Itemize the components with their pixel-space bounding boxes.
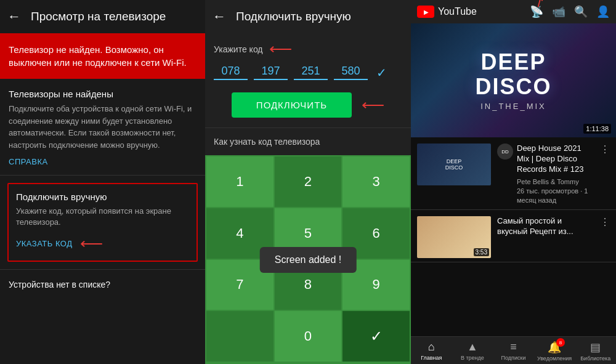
code-input-2[interactable]: 197: [254, 65, 288, 80]
nav-item-notifications[interactable]: 🔔 8 Уведомления: [534, 341, 575, 362]
yt-header: YouTube 📡 ↗ 📹 🔍 👤: [411, 0, 616, 23]
video-item-1[interactable]: DEEPDISCO DD Deep House 2021 Mix | Deep …: [411, 137, 616, 210]
connect-button[interactable]: ПОДКЛЮЧИТЬ: [232, 92, 352, 118]
yt-header-icons: 📡 ↗ 📹 🔍 👤: [530, 5, 610, 18]
yt-hero[interactable]: DEEP DISCO IN_THE_MIX 1:11:38: [411, 23, 616, 137]
yt-brand-name: YouTube: [438, 6, 477, 17]
num-btn-empty: [206, 311, 274, 362]
connect-manual-box[interactable]: Подключить вручную Укажите код, который …: [7, 183, 198, 262]
nav-item-home[interactable]: ⌂ Главная: [411, 341, 452, 362]
code-label-row: Укажите код ⟵: [205, 33, 411, 62]
num-btn-confirm[interactable]: ✓: [342, 311, 410, 362]
video-item-2[interactable]: 3:53 Самый простой и вкусный Рецепт из..…: [411, 210, 616, 262]
hero-title-line2: DISCO: [475, 75, 551, 99]
hero-title-line1: DEEP: [475, 50, 551, 75]
nav-item-library[interactable]: ▤ Библиотека: [575, 341, 616, 362]
search-icon[interactable]: 🔍: [574, 5, 588, 18]
panel2-title: Подключить вручную: [236, 10, 351, 23]
connect-manual-title: Подключить вручную: [16, 192, 189, 202]
connect-manual-desc: Укажите код, который появится на экране …: [16, 206, 189, 228]
more-options-icon-1[interactable]: ⋮: [600, 144, 610, 206]
arrow-indicator-code: ⟵: [269, 39, 292, 59]
connect-btn-row: ПОДКЛЮЧИТЬ ⟵: [205, 86, 411, 127]
subscriptions-icon: ≡: [510, 341, 517, 354]
panel2-back-button[interactable]: ←: [213, 9, 226, 25]
num-btn-1[interactable]: 1: [206, 156, 274, 207]
nav-label-notifications: Уведомления: [537, 355, 572, 362]
num-btn-2[interactable]: 2: [275, 156, 342, 207]
section-desc: Подключите оба устройства к одной сети W…: [0, 103, 205, 157]
panel-youtube: YouTube 📡 ↗ 📹 🔍 👤 DEEP DISCO IN_THE_MIX …: [411, 0, 616, 364]
screen-added-toast: Screen added !: [260, 247, 357, 273]
error-box: Телевизор не найден. Возможно, он выключ…: [0, 33, 205, 79]
channel-logo-1: DD: [497, 144, 513, 160]
enter-code-link[interactable]: УКАЗАТЬ КОД: [16, 239, 73, 248]
video-duration-2: 3:53: [474, 248, 489, 256]
arrow-cast-indicator: ↗: [530, 0, 548, 12]
yt-hero-text: DEEP DISCO IN_THE_MIX: [475, 50, 551, 110]
num-btn-0[interactable]: 0: [275, 311, 342, 362]
how-to-know[interactable]: Как узнать код телевизора: [205, 127, 411, 155]
hero-duration: 1:11:38: [583, 124, 611, 134]
video-info-2: Самый простой и вкусный Рецепт из...: [497, 216, 594, 258]
cast-icon[interactable]: 📡 ↗: [530, 5, 543, 18]
code-input-1[interactable]: 078: [214, 65, 248, 80]
panel-connect-manual: ← Подключить вручную Укажите код ⟵ 078 1…: [205, 0, 411, 364]
panel-tv-watch: ← Просмотр на телевизоре Телевизор не на…: [0, 0, 205, 364]
nav-item-subscriptions[interactable]: ≡ Подписки: [493, 341, 534, 362]
more-options-icon-2[interactable]: ⋮: [600, 216, 610, 258]
nav-label-home: Главная: [421, 355, 442, 361]
code-inputs-row: 078 197 251 580 ✓: [205, 62, 411, 86]
error-text: Телевизор не найден. Возможно, он выключ…: [9, 44, 187, 68]
not-in-list: Устройства нет в списке?: [0, 270, 205, 299]
nav-item-trending[interactable]: ▲ В тренде: [452, 341, 493, 362]
nav-label-subscriptions: Подписки: [501, 355, 526, 361]
video-title-1: Deep House 2021 Mix | Deep Disco Records…: [517, 144, 594, 175]
library-icon: ▤: [590, 341, 601, 354]
section-title-no-tvs: Телевизоры не найдены: [0, 79, 205, 103]
code-input-4[interactable]: 580: [334, 65, 368, 80]
video-thumb-1: DEEPDISCO: [417, 144, 491, 185]
panel1-title: Просмотр на телевизоре: [31, 10, 166, 23]
help-link[interactable]: СПРАВКА: [0, 157, 205, 175]
code-label-text: Укажите код: [214, 44, 263, 54]
camera-icon[interactable]: 📹: [552, 5, 565, 18]
notifications-icon: 🔔 8: [548, 341, 561, 354]
divider: [0, 175, 205, 176]
account-icon[interactable]: 👤: [596, 5, 610, 18]
checkmark-icon: ✓: [376, 65, 387, 80]
code-input-3[interactable]: 251: [294, 65, 328, 80]
nav-label-trending: В тренде: [461, 355, 484, 361]
trending-icon: ▲: [467, 341, 478, 354]
back-button[interactable]: ←: [7, 9, 21, 25]
home-icon: ⌂: [428, 341, 435, 354]
num-btn-3[interactable]: 3: [342, 156, 410, 207]
youtube-logo-icon: [417, 6, 434, 18]
arrow-indicator-enter-code: ⟵: [80, 234, 103, 253]
nav-label-library: Библиотека: [580, 355, 610, 362]
video-title-2: Самый простой и вкусный Рецепт из...: [497, 216, 594, 237]
yt-logo-area: YouTube: [417, 6, 477, 18]
panel2-header: ← Подключить вручную: [205, 0, 411, 33]
numpad: 1 2 3 4 5 6 7 8 9 0 ✓ Screen added !: [205, 155, 411, 364]
notification-badge: 8: [556, 338, 565, 347]
arrow-indicator-connect: ⟵: [362, 95, 384, 115]
video-meta-1: Pete Bellis & Tommy 26 тыс. просмотров ·…: [517, 177, 594, 206]
video-info-1: DD Deep House 2021 Mix | Deep Disco Reco…: [497, 144, 594, 206]
video-thumb-2: 3:53: [417, 216, 491, 258]
yt-bottom-nav: ⌂ Главная ▲ В тренде ≡ Подписки 🔔 8 Увед…: [411, 336, 616, 364]
hero-subtitle: IN_THE_MIX: [475, 102, 551, 111]
panel1-header: ← Просмотр на телевизоре: [0, 0, 205, 33]
